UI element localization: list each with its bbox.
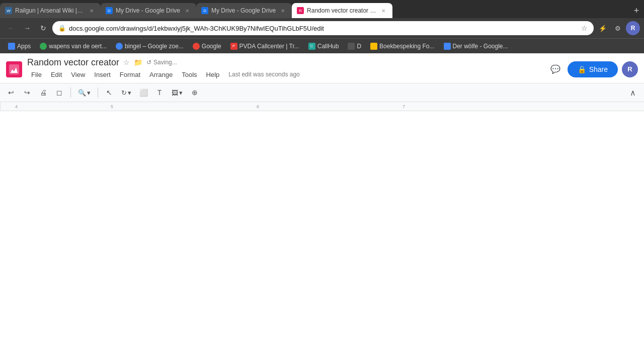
select-tool-button[interactable]: ↖ — [102, 85, 116, 100]
bookmark-bingel[interactable]: bingel – Google zoe... — [112, 42, 188, 51]
tab-favicon-drive1: D — [106, 7, 113, 14]
share-label: Share — [589, 65, 608, 73]
address-text: docs.google.com/drawings/d/1ekbwxiyj5jk_… — [69, 25, 578, 32]
saving-icon: ↺ — [146, 59, 151, 66]
reload-button[interactable]: ↻ — [36, 21, 50, 35]
shape-dropdown[interactable]: ↻ ▾ — [118, 85, 134, 100]
bookmark-d[interactable]: D — [344, 42, 365, 51]
tab-title-drawings: Random vector creator - Google ... — [307, 7, 376, 14]
bookmark-callhub-label: CallHub — [317, 43, 339, 50]
ruler-ticks — [0, 102, 644, 111]
text-box-button[interactable]: T — [152, 85, 167, 100]
bookmark-boekbespeking[interactable]: Boekbespeking Fo... — [366, 42, 438, 51]
menu-format[interactable]: Format — [116, 69, 144, 80]
shape-chevron: ▾ — [128, 89, 131, 97]
back-button[interactable]: ← — [4, 21, 18, 35]
image-dropdown[interactable]: 🖼 ▾ — [169, 85, 186, 100]
tab-wiki[interactable]: W Railgun | Arsenal Wiki | Fandom ✕ — [0, 3, 101, 18]
doc-title: Random vector creator — [27, 57, 119, 68]
settings-button[interactable]: ⚙ — [611, 21, 625, 35]
saving-status: ↺ Saving... — [146, 59, 177, 66]
bookmark-pvda-label: PVDA Callcenter | Tr... — [239, 43, 299, 50]
tab-drive1[interactable]: D My Drive - Google Drive ✕ — [101, 3, 196, 18]
add-button[interactable]: ⊕ — [188, 85, 202, 100]
bookmark-apps[interactable]: Apps — [4, 42, 35, 51]
tab-favicon-drive2: D — [201, 7, 208, 14]
image-chevron: ▾ — [179, 89, 183, 97]
tab-drive2[interactable]: D My Drive - Google Drive ✕ — [196, 3, 292, 18]
bookmark-wapens[interactable]: wapens van de oert... — [36, 42, 111, 51]
extensions-button[interactable]: ⚡ — [596, 21, 610, 35]
header-actions: 💬 🔒 Share R — [547, 61, 638, 77]
zoom-chevron: ▾ — [87, 89, 91, 97]
collapse-toolbar-button[interactable]: ∧ — [626, 85, 640, 100]
bookmark-star-icon[interactable]: ☆ — [581, 24, 588, 32]
zoom-icon: 🔍 — [78, 89, 86, 97]
menu-bar: File Edit View Insert Format Arrange Too… — [27, 68, 547, 81]
bookmark-google-label: Google — [202, 43, 221, 50]
bookmark-wolfe-icon — [444, 43, 451, 50]
profile-button[interactable]: R — [626, 21, 640, 35]
new-tab-button[interactable]: + — [629, 3, 644, 18]
toolbar-sep-2 — [98, 87, 98, 98]
comments-button[interactable]: 💬 — [547, 61, 564, 77]
forward-button[interactable]: → — [20, 21, 34, 35]
undo-button[interactable]: ↩ — [4, 85, 18, 100]
drawings-header: Random vector creator ☆ 📁 ↺ Saving... Fi… — [0, 53, 644, 83]
bookmark-google-icon — [193, 43, 200, 50]
menu-arrange[interactable]: Arrange — [145, 69, 177, 80]
tab-title-drive1: My Drive - Google Drive — [116, 7, 180, 14]
tab-close-drive2[interactable]: ✕ — [279, 7, 287, 15]
bookmark-d-label: D — [357, 43, 361, 50]
menu-file[interactable]: File — [27, 69, 46, 80]
add-to-drive-icon[interactable]: 📁 — [134, 58, 142, 66]
user-avatar[interactable]: R — [622, 61, 638, 77]
bookmark-bingel-icon — [116, 43, 123, 50]
bookmark-google[interactable]: Google — [189, 42, 225, 51]
bookmark-wapens-label: wapens van de oert... — [49, 43, 107, 50]
bookmark-callhub[interactable]: C CallHub — [304, 42, 343, 51]
browser-actions: ⚡ ⚙ R — [596, 21, 640, 35]
lock-icon: 🔒 — [58, 25, 66, 32]
star-icon[interactable]: ☆ — [123, 58, 130, 66]
toolbar: ↩ ↪ 🖨 ◻ 🔍 ▾ ↖ ↻ ▾ ⬜ T 🖼 ▾ ⊕ ∧ — [0, 83, 644, 102]
zoom-dropdown[interactable]: 🔍 ▾ — [75, 85, 94, 100]
address-input[interactable]: 🔒 docs.google.com/drawings/d/1ekbwxiyj5j… — [52, 21, 594, 35]
paint-format-button[interactable]: ◻ — [52, 85, 66, 100]
drawings-logo-icon — [8, 63, 20, 75]
bookmark-wolfe[interactable]: Der wölfe - Google... — [440, 42, 512, 51]
bookmark-boekbespeking-label: Boekbespeking Fo... — [379, 43, 434, 50]
tab-close-wiki[interactable]: ✕ — [88, 7, 96, 15]
print-button[interactable]: 🖨 — [36, 85, 50, 100]
tab-title-drive2: My Drive - Google Drive — [211, 7, 276, 14]
tab-drawings[interactable]: R Random vector creator - Google ... ✕ — [292, 3, 392, 18]
menu-edit[interactable]: Edit — [47, 69, 66, 80]
last-edit-text: Last edit was seconds ago — [228, 71, 299, 78]
bookmark-bingel-label: bingel – Google zoe... — [125, 43, 184, 50]
tab-close-drive1[interactable]: ✕ — [183, 7, 191, 15]
tab-title-wiki: Railgun | Arsenal Wiki | Fandom — [15, 7, 85, 14]
menu-help[interactable]: Help — [202, 69, 224, 80]
bookmark-pvda[interactable]: P PVDA Callcenter | Tr... — [226, 42, 303, 51]
menu-insert[interactable]: Insert — [90, 69, 115, 80]
share-button[interactable]: 🔒 Share — [568, 61, 618, 77]
browser-chrome: W Railgun | Arsenal Wiki | Fandom ✕ D My… — [0, 0, 644, 53]
address-bar-row: ← → ↻ 🔒 docs.google.com/drawings/d/1ekbw… — [0, 18, 644, 38]
tab-close-drawings[interactable]: ✕ — [379, 7, 387, 15]
app-area: Random vector creator ☆ 📁 ↺ Saving... Fi… — [0, 53, 644, 111]
saving-label: Saving... — [153, 59, 177, 66]
share-icon: 🔒 — [578, 65, 586, 73]
title-row: Random vector creator ☆ 📁 ↺ Saving... — [27, 57, 547, 68]
bookmark-wolfe-label: Der wölfe - Google... — [453, 43, 508, 50]
bookmark-apps-icon — [8, 43, 15, 50]
bookmark-pvda-icon: P — [230, 43, 237, 50]
tab-favicon-wiki: W — [5, 7, 12, 14]
title-area: Random vector creator ☆ 📁 ↺ Saving... Fi… — [27, 57, 547, 81]
rotate-icon: ↻ — [121, 89, 127, 97]
redo-button[interactable]: ↪ — [20, 85, 34, 100]
bookmark-apps-label: Apps — [17, 43, 31, 50]
shape-button[interactable]: ⬜ — [136, 85, 150, 100]
menu-tools[interactable]: Tools — [178, 69, 201, 80]
menu-view[interactable]: View — [67, 69, 89, 80]
tab-bar: W Railgun | Arsenal Wiki | Fandom ✕ D My… — [0, 0, 644, 18]
